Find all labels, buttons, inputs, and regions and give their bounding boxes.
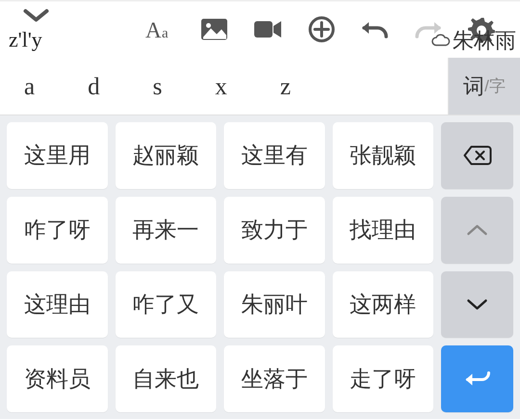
svg-rect-4: [254, 21, 273, 38]
candidate[interactable]: 张靓颖: [333, 122, 434, 189]
plus-circle-icon[interactable]: [308, 16, 335, 45]
candidate[interactable]: 赵丽颖: [116, 122, 217, 189]
keyboard-area: 这里用 赵丽颖 这里有 张靓颖 咋了呀 再来一 致力于 找理由 这理由 咋了又 …: [0, 115, 520, 419]
letter-filter[interactable]: a: [24, 72, 35, 100]
return-icon: [463, 368, 492, 390]
candidate[interactable]: 朱丽叶: [224, 271, 325, 338]
candidate[interactable]: 再来一: [116, 197, 217, 264]
candidate[interactable]: 这两样: [333, 271, 434, 338]
backspace-icon: [463, 145, 492, 166]
page-down-button[interactable]: [441, 271, 513, 338]
letter-filter-list: a d s x z: [0, 58, 448, 115]
candidate[interactable]: 咋了呀: [7, 197, 108, 264]
letter-filter[interactable]: x: [215, 72, 227, 100]
candidate[interactable]: 咋了又: [116, 271, 217, 338]
candidate[interactable]: 找理由: [333, 197, 434, 264]
pinyin-input-text: z'l'y: [5, 27, 42, 52]
svg-text:A: A: [145, 18, 161, 42]
editor-toolbar: z'l'y A a: [0, 0, 520, 58]
chevron-up-icon: [467, 223, 488, 237]
image-icon[interactable]: [200, 18, 228, 43]
chevron-down-icon: [467, 298, 488, 311]
svg-text:a: a: [162, 25, 168, 40]
candidate[interactable]: 致力于: [224, 197, 325, 264]
font-size-icon[interactable]: A a: [144, 15, 175, 45]
cloud-candidate[interactable]: 朱林雨: [430, 26, 516, 55]
side-key-column: [441, 122, 513, 412]
letter-filter[interactable]: d: [88, 72, 100, 100]
mode-main: 词: [463, 72, 484, 101]
enter-button[interactable]: [441, 345, 513, 412]
candidate[interactable]: 坐落于: [224, 345, 325, 412]
cloud-icon: [430, 29, 451, 53]
collapse-input-block[interactable]: z'l'y: [0, 7, 67, 52]
candidate[interactable]: 走了呀: [333, 345, 434, 412]
cloud-candidate-text: 朱林雨: [453, 26, 516, 55]
chevron-down-icon: [23, 7, 50, 25]
undo-icon[interactable]: [360, 17, 389, 43]
letter-filter-row: a d s x z 词/字: [0, 58, 520, 115]
word-char-toggle[interactable]: 词/字: [448, 58, 520, 115]
candidate[interactable]: 自来也: [116, 345, 217, 412]
candidate[interactable]: 这理由: [7, 271, 108, 338]
candidate-grid: 这里用 赵丽颖 这里有 张靓颖 咋了呀 再来一 致力于 找理由 这理由 咋了又 …: [7, 122, 433, 412]
svg-point-3: [206, 23, 211, 28]
candidate[interactable]: 资料员: [7, 345, 108, 412]
backspace-button[interactable]: [441, 122, 513, 189]
candidate[interactable]: 这里用: [7, 122, 108, 189]
video-icon[interactable]: [253, 19, 283, 41]
page-up-button[interactable]: [441, 197, 513, 264]
candidate[interactable]: 这里有: [224, 122, 325, 189]
mode-sub: /字: [484, 75, 505, 97]
letter-filter[interactable]: z: [280, 72, 291, 100]
letter-filter[interactable]: s: [153, 72, 162, 100]
